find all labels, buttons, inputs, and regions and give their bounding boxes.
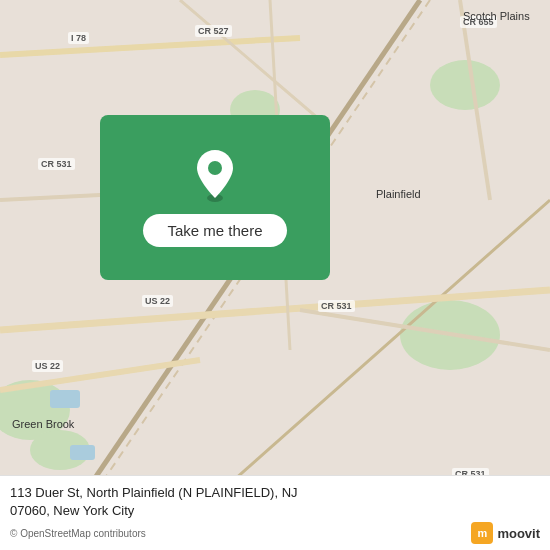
place-label-plainfield: Plainfield xyxy=(376,188,421,200)
svg-point-13 xyxy=(208,161,222,175)
action-panel: Take me there xyxy=(100,115,330,280)
take-me-there-button[interactable]: Take me there xyxy=(143,214,286,247)
osm-attribution: © OpenStreetMap contributors xyxy=(10,528,146,539)
road-label-us22-lower: US 22 xyxy=(32,360,63,372)
green-area xyxy=(400,300,500,370)
moovit-icon: m xyxy=(471,522,493,544)
svg-line-4 xyxy=(0,38,300,55)
place-label-scotch-plains: Scotch Plains xyxy=(463,10,530,22)
water-area xyxy=(50,390,80,408)
moovit-text: moovit xyxy=(497,526,540,541)
location-pin-icon xyxy=(193,148,237,202)
road-label-i78: I 78 xyxy=(68,32,89,44)
road-label-us22-center: US 22 xyxy=(142,295,173,307)
place-label-green-brook: Green Brook xyxy=(12,418,74,430)
map-container: I 78 CR 527 CR 655 CR 531 US 22 US 22 CR… xyxy=(0,0,550,550)
attribution-row: © OpenStreetMap contributors m moovit xyxy=(10,522,540,544)
road-label-cr527: CR 527 xyxy=(195,25,232,37)
water-area xyxy=(70,445,95,460)
road-label-cr531-left: CR 531 xyxy=(38,158,75,170)
green-area xyxy=(430,60,500,110)
bottom-bar: 113 Duer St, North Plainfield (N PLAINFI… xyxy=(0,475,550,550)
moovit-logo: m moovit xyxy=(471,522,540,544)
road-label-cr531-right: CR 531 xyxy=(318,300,355,312)
address-text: 113 Duer St, North Plainfield (N PLAINFI… xyxy=(10,484,540,520)
